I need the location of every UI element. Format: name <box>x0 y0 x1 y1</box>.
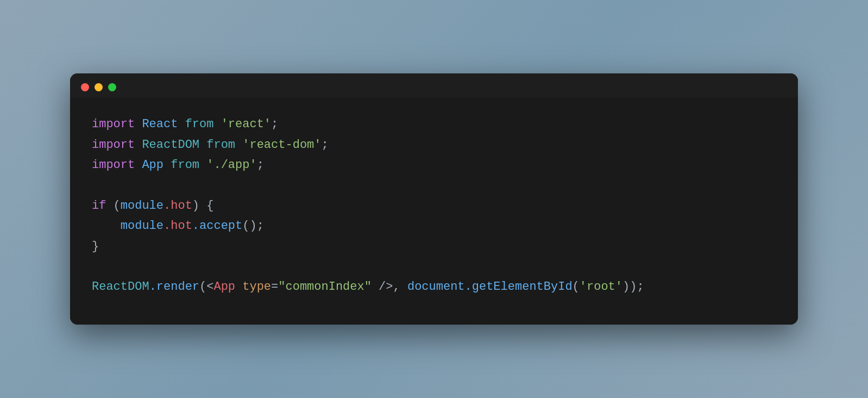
module-name-2: module <box>121 219 163 233</box>
if-keyword: if <box>92 199 106 213</box>
semi-3: ; <box>257 158 264 172</box>
module-name-1: module <box>121 199 163 213</box>
paren-open-2: (< <box>199 280 213 294</box>
app-tag: App <box>213 280 235 294</box>
space-2 <box>400 280 407 294</box>
brace-close: } <box>92 240 99 253</box>
root-string: 'root' <box>580 280 622 294</box>
code-line-2: import ReactDOM from 'react-dom'; <box>92 135 776 155</box>
space-1 <box>235 280 242 294</box>
import-keyword-3: import <box>92 158 135 172</box>
semi-1: ; <box>271 117 278 131</box>
reactdom-name-2: ReactDOM <box>92 280 149 294</box>
semi-2: ; <box>322 138 329 152</box>
code-block: import React from 'react'; import ReactD… <box>92 114 776 297</box>
minimize-button[interactable] <box>95 83 103 91</box>
reactdom-name: ReactDOM <box>142 138 199 152</box>
close-button[interactable] <box>81 83 89 91</box>
maximize-button[interactable] <box>108 83 116 91</box>
react-name: React <box>142 117 178 131</box>
code-line-5: if (module.hot) { <box>92 196 776 216</box>
app-string: './app' <box>206 158 256 172</box>
parens-semi: (); <box>242 219 264 233</box>
get-el-method: .getElementById <box>465 280 573 294</box>
blank-line-2 <box>92 257 776 277</box>
render-method: .render <box>149 280 199 294</box>
react-string: 'react' <box>221 117 271 131</box>
code-area: import React from 'react'; import ReactD… <box>70 98 798 325</box>
react-dom-string: 'react-dom' <box>242 138 321 152</box>
code-window: import React from 'react'; import ReactD… <box>70 73 798 325</box>
type-value: "commonIndex" <box>278 280 372 294</box>
document-name: document <box>407 280 465 294</box>
indent <box>92 219 121 233</box>
from-keyword-2: from <box>206 138 235 152</box>
import-keyword-1: import <box>92 117 135 131</box>
hot-prop-2: .hot <box>163 219 192 233</box>
paren-open: ( <box>106 199 120 213</box>
accept-method: .accept <box>192 219 242 233</box>
close-parens: )); <box>622 280 644 294</box>
titlebar <box>70 73 798 98</box>
code-line-9: ReactDOM.render(<App type="commonIndex" … <box>92 277 776 297</box>
traffic-lights <box>81 83 116 91</box>
from-keyword-3: from <box>171 158 199 172</box>
blank-line-1 <box>92 175 776 195</box>
app-name: App <box>142 158 163 172</box>
code-line-6: module.hot.accept(); <box>92 216 776 236</box>
jsx-close: />, <box>372 280 400 294</box>
code-line-7: } <box>92 237 776 257</box>
type-attr: type <box>242 280 271 294</box>
import-keyword-2: import <box>92 138 135 152</box>
brace-open: ) { <box>192 199 214 213</box>
hot-prop-1: .hot <box>163 199 192 213</box>
equals: = <box>271 280 278 294</box>
paren-3: ( <box>573 280 580 294</box>
code-line-3: import App from './app'; <box>92 155 776 175</box>
from-keyword-1: from <box>185 117 214 131</box>
code-line-1: import React from 'react'; <box>92 114 776 134</box>
